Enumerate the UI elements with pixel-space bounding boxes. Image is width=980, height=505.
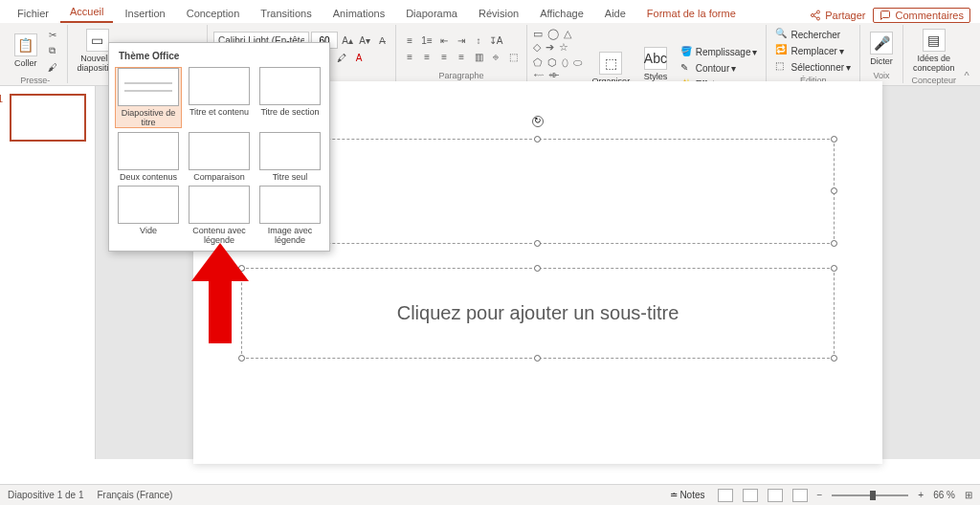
numbering-button[interactable]: 1≡ (419, 33, 434, 48)
subtitle-placeholder[interactable]: Cliquez pour ajouter un sous-titre (241, 268, 835, 359)
shape-fill-button[interactable]: 🪣Remplissage ▾ (678, 45, 761, 60)
tab-aide[interactable]: Aide (595, 4, 635, 23)
layout-dropdown-header: Thème Office (115, 49, 323, 63)
group-voix: 🎤 Dicter Voix (860, 25, 903, 83)
slide-thumbnail-1[interactable] (10, 94, 86, 142)
highlight-button[interactable]: 🖍 (334, 50, 349, 65)
slide-thumbnails-panel: 1 (0, 86, 96, 459)
outline-icon: ✎ (680, 62, 694, 76)
smartart-button[interactable]: ⬚ (505, 49, 521, 64)
comment-icon (880, 10, 891, 21)
layout-title-content[interactable]: Titre et contenu (186, 67, 253, 128)
replace-icon: 🔁 (775, 44, 789, 57)
share-button[interactable]: Partager (810, 8, 865, 23)
paste-button[interactable]: 📋 Coller (11, 32, 41, 70)
group-concepteur: ▤ Idées de conception Concepteur (903, 25, 965, 83)
tab-fichier[interactable]: Fichier (8, 4, 58, 23)
tab-revision[interactable]: Révision (469, 4, 528, 23)
tab-format-forme[interactable]: Format de la forme (637, 4, 746, 23)
bullets-button[interactable]: ≡ (402, 33, 417, 48)
outdent-button[interactable]: ⇤ (436, 33, 452, 48)
text-direction-button[interactable]: ↧A (488, 33, 503, 48)
group-edition: 🔍Rechercher 🔁Remplacer ▾ ⬚Sélectionner ▾… (767, 25, 860, 83)
cut-button[interactable]: ✂ (45, 27, 60, 42)
resize-handle[interactable] (831, 265, 837, 272)
line-spacing-button[interactable]: ↕ (471, 33, 486, 48)
layout-content-caption[interactable]: Contenu avec légende (186, 186, 253, 245)
align-text-button[interactable]: ⎆ (488, 49, 503, 64)
reading-view-button[interactable] (768, 489, 783, 502)
design-ideas-button[interactable]: ▤ Idées de conception (909, 27, 959, 75)
share-icon (810, 10, 821, 21)
layout-comparison[interactable]: Comparaison (186, 132, 253, 182)
slide-counter: Diapositive 1 de 1 (8, 490, 84, 500)
resize-handle[interactable] (831, 136, 837, 143)
replace-button[interactable]: 🔁Remplacer ▾ (772, 43, 854, 58)
tab-accueil[interactable]: Accueil (60, 2, 113, 23)
tab-affichage[interactable]: Affichage (530, 4, 593, 23)
status-bar: Diapositive 1 de 1 Français (France) ≐ N… (0, 484, 980, 505)
resize-handle[interactable] (238, 265, 245, 272)
increase-font-button[interactable]: A▴ (340, 33, 355, 48)
layout-dropdown: Thème Office Diapositive de titre Titre … (108, 42, 330, 252)
tab-diaporama[interactable]: Diaporama (396, 4, 467, 23)
resize-handle[interactable] (534, 265, 541, 272)
layout-blank[interactable]: Vide (115, 186, 182, 245)
zoom-level[interactable]: 66 % (933, 490, 955, 500)
resize-handle[interactable] (831, 240, 837, 247)
fill-icon: 🪣 (680, 46, 694, 59)
align-right-button[interactable]: ≡ (436, 49, 452, 64)
mic-icon: 🎤 (870, 32, 893, 55)
layout-section-header[interactable]: Titre de section (256, 67, 323, 128)
tab-bar: Fichier Accueil Insertion Conception Tra… (0, 0, 980, 23)
format-painter-button[interactable]: 🖌 (45, 59, 60, 75)
clear-format-button[interactable]: A̶ (374, 33, 390, 48)
resize-handle[interactable] (534, 136, 541, 143)
title-placeholder[interactable] (241, 139, 835, 244)
search-icon: 🔍 (775, 28, 789, 41)
columns-button[interactable]: ▥ (471, 49, 486, 64)
resize-handle[interactable] (238, 355, 245, 362)
indent-button[interactable]: ⇥ (454, 33, 469, 48)
normal-view-button[interactable] (718, 489, 733, 502)
shape-outline-button[interactable]: ✎Contour ▾ (678, 61, 761, 77)
group-presse-papiers: 📋 Coller ✂ ⧉ 🖌 Presse-papiers (4, 25, 68, 83)
layout-picture-caption[interactable]: Image avec légende (256, 186, 323, 245)
layout-two-content[interactable]: Deux contenus (115, 132, 182, 182)
justify-button[interactable]: ≡ (454, 49, 469, 64)
sorter-view-button[interactable] (743, 489, 758, 502)
align-center-button[interactable]: ≡ (419, 49, 434, 64)
styles-icon: Abc (644, 47, 667, 70)
align-left-button[interactable]: ≡ (402, 49, 417, 64)
slideshow-view-button[interactable] (792, 489, 808, 502)
tab-insertion[interactable]: Insertion (115, 4, 174, 23)
zoom-slider[interactable] (832, 494, 908, 496)
copy-button[interactable]: ⧉ (45, 43, 60, 58)
tab-animations[interactable]: Animations (323, 4, 394, 23)
font-color-button[interactable]: A (351, 50, 367, 65)
select-button[interactable]: ⬚Sélectionner ▾ (772, 59, 854, 75)
fit-window-button[interactable]: ⊞ (965, 490, 972, 500)
resize-handle[interactable] (534, 355, 541, 362)
arrange-icon: ⬚ (599, 52, 622, 75)
resize-handle[interactable] (831, 187, 837, 194)
layout-title-slide[interactable]: Diapositive de titre (115, 67, 182, 128)
design-icon: ▤ (923, 29, 946, 52)
zoom-in-button[interactable]: + (918, 490, 924, 500)
tab-transitions[interactable]: Transitions (251, 4, 321, 23)
language-indicator[interactable]: Français (France) (98, 490, 173, 500)
new-slide-icon: ▭ (86, 29, 109, 52)
resize-handle[interactable] (831, 355, 837, 362)
rotate-handle[interactable] (532, 116, 544, 127)
comments-button[interactable]: Commentaires (873, 8, 970, 23)
paste-icon: 📋 (14, 33, 37, 56)
tab-conception[interactable]: Conception (177, 4, 250, 23)
ribbon-collapse-button[interactable]: ^ (965, 70, 976, 83)
resize-handle[interactable] (534, 240, 541, 247)
find-button[interactable]: 🔍Rechercher (772, 27, 854, 42)
notes-toggle[interactable]: ≐ Notes (667, 489, 707, 501)
layout-title-only[interactable]: Titre seul (256, 132, 323, 182)
decrease-font-button[interactable]: A▾ (357, 33, 372, 48)
dictate-button[interactable]: 🎤 Dicter (866, 30, 897, 68)
zoom-out-button[interactable]: − (817, 490, 823, 500)
